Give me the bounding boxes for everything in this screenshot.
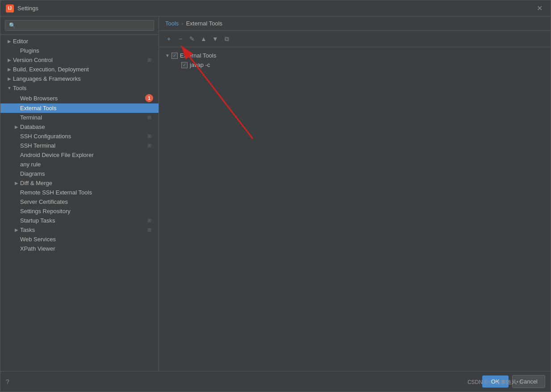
ssh-config-icon: ⊞ bbox=[147, 133, 153, 139]
node-checkbox-javap[interactable]: ✓ bbox=[181, 62, 188, 68]
sidebar-item-startup-tasks[interactable]: ▶ Startup Tasks ⊞ bbox=[0, 216, 159, 225]
sidebar-label-ssh-terminal: SSH Terminal bbox=[20, 142, 147, 149]
sidebar-item-terminal[interactable]: ▶ Terminal ⊞ bbox=[0, 113, 159, 122]
sidebar-label-database: Database bbox=[20, 124, 153, 130]
sidebar-label-diff-merge: Diff & Merge bbox=[20, 180, 153, 186]
sidebar-item-languages[interactable]: ▶ Languages & Frameworks bbox=[0, 74, 159, 83]
tree-arrow-languages: ▶ bbox=[6, 76, 13, 81]
sidebar-item-build[interactable]: ▶ Build, Execution, Deployment bbox=[0, 65, 159, 74]
toolbar-add-button[interactable]: + bbox=[163, 33, 174, 44]
sidebar-item-remote-ssh[interactable]: ▶ Remote SSH External Tools bbox=[0, 188, 159, 197]
node-label-javap: javap -c bbox=[190, 62, 210, 68]
sidebar-label-remote-ssh: Remote SSH External Tools bbox=[20, 189, 153, 196]
sidebar-label-vc: Version Control bbox=[13, 57, 147, 63]
sidebar-item-tools[interactable]: ▼ Tools bbox=[0, 83, 159, 93]
sidebar-tree: ▶ Editor ▶ Plugins ▶ Version Control ⊞ bbox=[0, 35, 159, 371]
search-box bbox=[0, 17, 159, 35]
sidebar-item-ssh-config[interactable]: ▶ SSH Configurations ⊞ bbox=[0, 132, 159, 141]
right-panel: Tools › External Tools + − ✎ ▲ ▼ ⧉ ▼ ✓ E… bbox=[159, 17, 551, 371]
sidebar-label-server-certs: Server Certificates bbox=[20, 198, 153, 205]
breadcrumb-separator: › bbox=[181, 20, 183, 27]
sidebar-item-ssh-terminal[interactable]: ▶ SSH Terminal ⊞ bbox=[0, 141, 159, 150]
sidebar-label-editor: Editor bbox=[13, 38, 153, 45]
sidebar-label-startup-tasks: Startup Tasks bbox=[20, 217, 147, 224]
tree-panel: ▼ ✓ External Tools ▶ ✓ javap -c bbox=[159, 47, 551, 371]
sidebar-item-settings-repo[interactable]: ▶ Settings Repository bbox=[0, 206, 159, 216]
toolbar-edit-button[interactable]: ✎ bbox=[187, 33, 197, 44]
sidebar-item-any-rule[interactable]: ▶ any rule bbox=[0, 160, 159, 169]
sidebar-label-languages: Languages & Frameworks bbox=[13, 75, 153, 82]
tree-arrow-build: ▶ bbox=[6, 67, 13, 72]
tree-node-javap[interactable]: ▶ ✓ javap -c bbox=[163, 60, 547, 70]
main-content: ▶ Editor ▶ Plugins ▶ Version Control ⊞ bbox=[0, 17, 551, 371]
sidebar-label-tasks: Tasks bbox=[20, 227, 147, 233]
sidebar-label-xpath: XPath Viewer bbox=[20, 245, 153, 252]
help-button[interactable]: ? bbox=[6, 378, 9, 385]
breadcrumb-root[interactable]: Tools bbox=[165, 20, 179, 27]
toolbar-up-button[interactable]: ▲ bbox=[198, 33, 209, 44]
dialog-title: Settings bbox=[17, 5, 38, 12]
breadcrumb: Tools › External Tools bbox=[159, 17, 551, 31]
sidebar-label-diagrams: Diagrams bbox=[20, 170, 153, 177]
sidebar-item-android[interactable]: ▶ Android Device File Explorer bbox=[0, 150, 159, 160]
sidebar-item-server-certs[interactable]: ▶ Server Certificates bbox=[0, 197, 159, 206]
sidebar-item-database[interactable]: ▶ Database bbox=[0, 122, 159, 132]
tree-arrow-editor: ▶ bbox=[6, 39, 13, 44]
sidebar-item-diagrams[interactable]: ▶ Diagrams bbox=[0, 169, 159, 178]
tree-arrow-vc: ▶ bbox=[6, 58, 13, 62]
watermark: CSDN ©☆*往事随风•☆ bbox=[468, 379, 524, 386]
sidebar-label-terminal: Terminal bbox=[20, 114, 147, 121]
bottom-bar: ? OK Cancel CSDN ©☆*往事随风•☆ bbox=[0, 371, 551, 392]
startup-icon: ⊞ bbox=[147, 218, 153, 223]
settings-dialog: IJ Settings ✕ ▶ Editor ▶ Plugi bbox=[0, 0, 551, 392]
web-browsers-badge: 1 bbox=[145, 94, 153, 102]
terminal-icon: ⊞ bbox=[147, 115, 153, 120]
sidebar-label-ssh-config: SSH Configurations bbox=[20, 133, 147, 140]
title-bar: IJ Settings ✕ bbox=[0, 0, 551, 17]
node-checkbox-et[interactable]: ✓ bbox=[171, 53, 178, 59]
toolbar-copy-button[interactable]: ⧉ bbox=[221, 33, 232, 44]
tree-arrow-tools: ▼ bbox=[6, 86, 13, 91]
sidebar-item-web-services[interactable]: ▶ Web Services bbox=[0, 235, 159, 244]
sidebar-item-editor[interactable]: ▶ Editor bbox=[0, 37, 159, 46]
node-label-et: External Tools bbox=[180, 52, 216, 59]
sidebar-label-build: Build, Execution, Deployment bbox=[13, 66, 153, 73]
vc-repo-icon: ⊞ bbox=[147, 57, 153, 63]
toolbar-remove-button[interactable]: − bbox=[175, 33, 186, 44]
sidebar-item-web-browsers[interactable]: ▶ Web Browsers 1 bbox=[0, 93, 159, 103]
sidebar-item-external-tools[interactable]: ▶ External Tools bbox=[0, 103, 159, 113]
sidebar-label-plugins: Plugins bbox=[20, 47, 153, 54]
sidebar-label-external-tools: External Tools bbox=[20, 105, 153, 111]
sidebar: ▶ Editor ▶ Plugins ▶ Version Control ⊞ bbox=[0, 17, 159, 371]
sidebar-item-tasks[interactable]: ▶ Tasks ⊞ bbox=[0, 225, 159, 235]
sidebar-item-xpath[interactable]: ▶ XPath Viewer bbox=[0, 244, 159, 253]
sidebar-label-any-rule: any rule bbox=[20, 161, 153, 168]
app-icon: IJ bbox=[6, 4, 14, 12]
toolbar-down-button[interactable]: ▼ bbox=[210, 33, 221, 44]
breadcrumb-current: External Tools bbox=[186, 20, 222, 27]
search-input[interactable] bbox=[5, 20, 154, 31]
tree-arrow-diff: ▶ bbox=[13, 181, 20, 186]
sidebar-item-plugins[interactable]: ▶ Plugins bbox=[0, 46, 159, 55]
title-bar-left: IJ Settings bbox=[6, 4, 38, 12]
sidebar-label-web-browsers: Web Browsers bbox=[20, 95, 143, 102]
sidebar-item-diff-merge[interactable]: ▶ Diff & Merge bbox=[0, 178, 159, 188]
ssh-term-icon: ⊞ bbox=[147, 143, 153, 149]
toolbar: + − ✎ ▲ ▼ ⧉ bbox=[159, 31, 551, 47]
sidebar-item-version-control[interactable]: ▶ Version Control ⊞ bbox=[0, 55, 159, 65]
sidebar-label-tools: Tools bbox=[13, 85, 153, 91]
tree-node-external-tools[interactable]: ▼ ✓ External Tools bbox=[163, 51, 547, 60]
tree-arrow-tasks: ▶ bbox=[13, 227, 20, 232]
sidebar-label-settings-repo: Settings Repository bbox=[20, 208, 153, 215]
close-button[interactable]: ✕ bbox=[534, 3, 545, 13]
sidebar-label-web-services: Web Services bbox=[20, 236, 153, 243]
node-arrow-et: ▼ bbox=[165, 53, 171, 58]
tasks-icon: ⊞ bbox=[147, 227, 153, 233]
tree-arrow-db: ▶ bbox=[13, 124, 20, 129]
sidebar-label-android: Android Device File Explorer bbox=[20, 152, 153, 158]
